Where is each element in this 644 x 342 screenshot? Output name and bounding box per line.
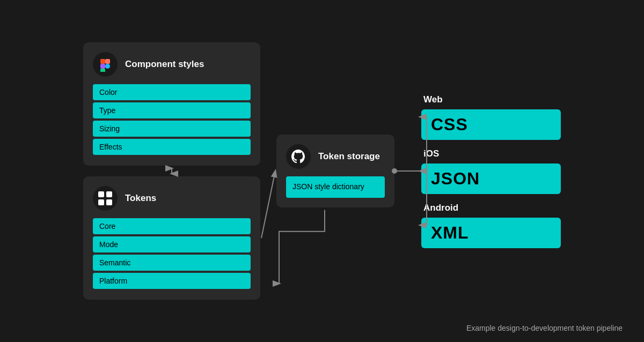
tokens-header: Tokens	[93, 186, 251, 211]
web-group: Web CSS	[421, 94, 561, 140]
svg-rect-10	[100, 59, 105, 64]
tokens-plugin-icon	[93, 186, 118, 211]
token-dot-2	[106, 191, 112, 197]
component-styles-card: Component styles Color Type Sizing Effec…	[83, 42, 260, 166]
tag-type: Type	[93, 102, 251, 118]
github-icon	[286, 144, 311, 169]
tag-semantic: Semantic	[93, 255, 251, 271]
svg-point-14	[105, 64, 110, 69]
component-styles-header: Component styles	[93, 52, 251, 77]
tokens-tags: Core Mode Semantic Platform	[93, 218, 251, 289]
ios-output: JSON	[421, 163, 561, 194]
tag-color: Color	[93, 84, 251, 100]
token-storage-header: Token storage	[286, 144, 385, 169]
svg-rect-13	[100, 69, 105, 72]
ios-group: iOS JSON	[421, 148, 561, 194]
tag-mode: Mode	[93, 236, 251, 252]
svg-rect-11	[105, 59, 110, 64]
token-dot-3	[98, 199, 104, 205]
tokens-card: Tokens Core Mode Semantic Platform	[83, 176, 260, 300]
component-styles-tags: Color Type Sizing Effects	[93, 84, 251, 155]
token-storage-card: Token storage JSON style dictionary	[276, 135, 394, 207]
token-dot-4	[106, 199, 112, 205]
token-dot-1	[98, 191, 104, 197]
middle-section: Token storage JSON style dictionary	[276, 135, 394, 207]
web-label: Web	[421, 94, 561, 105]
component-styles-title: Component styles	[125, 59, 204, 70]
right-column: Web CSS iOS JSON Android XML	[421, 94, 561, 248]
web-output: CSS	[421, 109, 561, 140]
left-column: Component styles Color Type Sizing Effec…	[83, 42, 260, 300]
android-output: XML	[421, 218, 561, 248]
android-label: Android	[421, 203, 561, 213]
token-storage-title: Token storage	[318, 151, 380, 162]
svg-rect-12	[100, 64, 105, 69]
token-storage-tag: JSON style dictionary	[286, 176, 385, 198]
android-group: Android XML	[421, 203, 561, 248]
tag-core: Core	[93, 218, 251, 234]
figma-icon	[93, 52, 118, 77]
diagram-container: Component styles Color Type Sizing Effec…	[0, 0, 644, 342]
tag-platform: Platform	[93, 273, 251, 289]
svg-line-1	[261, 171, 275, 238]
caption: Example design-to-development token pipe…	[466, 324, 623, 332]
token-grid	[98, 191, 112, 205]
ios-label: iOS	[421, 148, 561, 159]
tag-sizing: Sizing	[93, 121, 251, 137]
tokens-title: Tokens	[125, 193, 156, 204]
tag-effects: Effects	[93, 139, 251, 155]
